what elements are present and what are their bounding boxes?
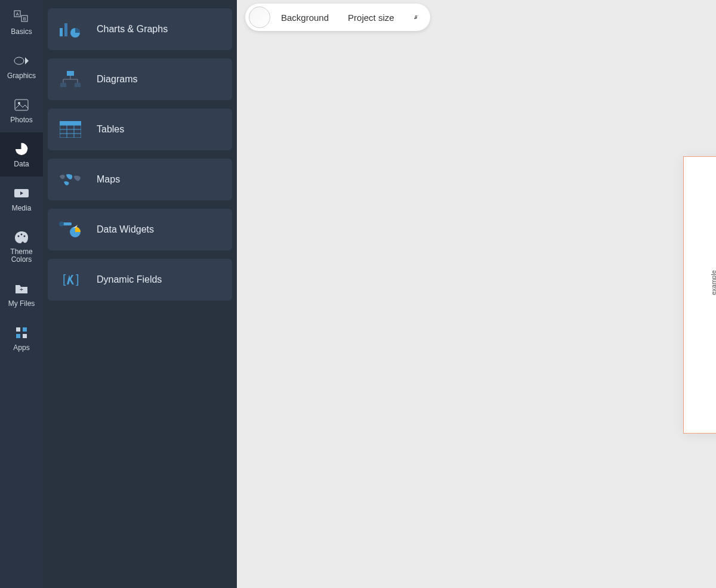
primary-nav: AB Basics Graphics Photos Data Media The… — [0, 0, 43, 588]
svg-point-11 — [21, 234, 23, 236]
svg-rect-18 — [60, 28, 63, 36]
svg-rect-29 — [60, 125, 81, 138]
svg-rect-27 — [75, 83, 81, 87]
media-icon — [13, 185, 30, 202]
nav-label: Graphics — [7, 72, 36, 80]
nav-basics[interactable]: AB Basics — [0, 0, 43, 44]
files-icon: + — [13, 280, 30, 297]
panel-label: Maps — [97, 174, 120, 185]
svg-rect-6 — [15, 100, 28, 110]
svg-point-10 — [18, 236, 20, 237]
nav-label: Media — [12, 204, 32, 212]
nav-graphics[interactable]: Graphics — [0, 44, 43, 88]
nav-label: Theme Colors — [0, 248, 43, 264]
svg-point-4 — [14, 57, 24, 64]
table-icon — [58, 117, 82, 141]
nav-label: Data — [14, 160, 29, 168]
svg-text:B: B — [23, 17, 26, 21]
chart-artboard[interactable]: Test Test example 30 20 10 0 10%10%30% S… — [683, 156, 716, 434]
palette-icon — [13, 229, 30, 246]
svg-text:A: A — [16, 12, 19, 16]
data-icon — [13, 141, 30, 157]
graphics-icon — [13, 52, 30, 69]
svg-rect-19 — [64, 23, 67, 36]
svg-rect-28 — [60, 121, 81, 125]
nav-label: Apps — [13, 343, 29, 352]
widget-icon — [58, 218, 82, 242]
diagram-icon — [58, 67, 82, 91]
panel-diagrams[interactable]: Diagrams — [48, 58, 232, 100]
svg-rect-16 — [16, 334, 20, 338]
music-note-icon: + — [413, 12, 418, 23]
panel-label: Data Widgets — [97, 224, 154, 235]
svg-text:+: + — [20, 286, 23, 293]
canvas-toolbar: Background Project size + — [245, 4, 430, 31]
svg-text:+: + — [417, 14, 418, 17]
panel-dynamic-fields[interactable]: [] Dynamic Fields — [48, 259, 232, 301]
animate-button[interactable]: + — [405, 7, 427, 28]
svg-rect-21 — [67, 71, 74, 76]
svg-rect-26 — [60, 83, 66, 87]
svg-point-12 — [24, 236, 26, 237]
svg-marker-5 — [25, 57, 29, 64]
dynamic-icon: [] — [58, 268, 82, 292]
chart-icon — [58, 17, 82, 41]
secondary-panel: Charts & Graphs Diagrams Tables Maps Dat… — [43, 0, 237, 588]
panel-label: Dynamic Fields — [97, 274, 162, 285]
svg-text:]: ] — [76, 273, 79, 286]
svg-rect-14 — [16, 327, 20, 332]
photos-icon — [13, 97, 30, 113]
panel-maps[interactable]: Maps — [48, 159, 232, 200]
nav-apps[interactable]: Apps — [0, 316, 43, 360]
nav-label: My Files — [8, 299, 35, 308]
panel-label: Charts & Graphs — [97, 24, 168, 35]
background-button[interactable]: Background — [273, 8, 337, 27]
apps-icon — [13, 324, 30, 341]
svg-rect-17 — [23, 334, 27, 338]
nav-photos[interactable]: Photos — [0, 88, 43, 132]
basics-icon: AB — [13, 8, 30, 25]
map-icon — [58, 168, 82, 191]
nav-label: Basics — [11, 27, 32, 36]
nav-theme-colors[interactable]: Theme Colors — [0, 221, 43, 272]
svg-text:[: [ — [63, 273, 66, 286]
y-axis-label: example — [710, 270, 716, 295]
svg-rect-15 — [23, 327, 27, 332]
nav-my-files[interactable]: + My Files — [0, 272, 43, 316]
panel-data-widgets[interactable]: Data Widgets — [48, 209, 232, 250]
nav-label: Photos — [10, 116, 32, 124]
panel-label: Tables — [97, 124, 124, 135]
nav-data[interactable]: Data — [0, 132, 43, 177]
panel-tables[interactable]: Tables — [48, 109, 232, 150]
canvas[interactable]: Background Project size + Test Test exam… — [237, 0, 716, 588]
panel-label: Diagrams — [97, 74, 137, 85]
svg-point-7 — [18, 102, 20, 104]
panel-charts-graphs[interactable]: Charts & Graphs — [48, 8, 232, 50]
background-color-swatch[interactable] — [249, 7, 270, 28]
project-size-button[interactable]: Project size — [340, 8, 403, 27]
nav-media[interactable]: Media — [0, 177, 43, 221]
svg-point-35 — [59, 222, 64, 227]
